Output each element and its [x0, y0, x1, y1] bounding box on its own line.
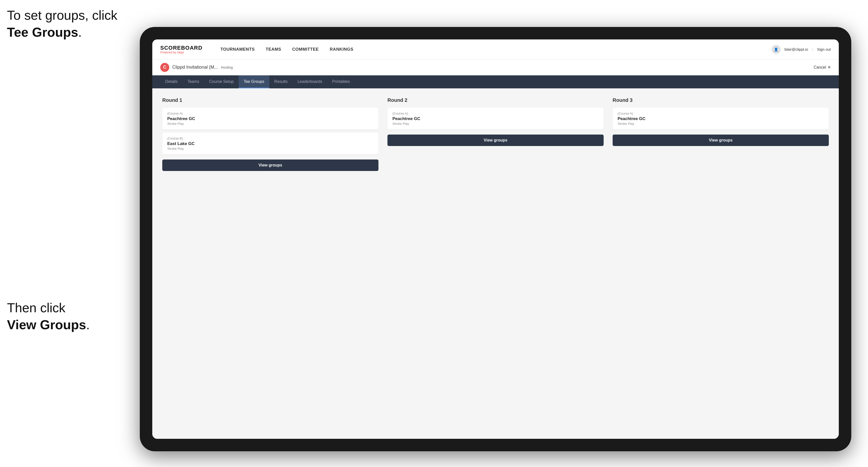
logo-sub: Powered by clippt	[160, 51, 203, 54]
cancel-button[interactable]: Cancel ✕	[813, 65, 831, 70]
round-2-course-a-format: Stroke Play	[393, 122, 599, 126]
tab-printables-label: Printables	[332, 80, 350, 84]
instruction-bottom-line1: Then click	[7, 301, 65, 315]
round-2-title: Round 2	[388, 97, 603, 103]
round-1-course-b-name: East Lake GC	[167, 141, 373, 146]
sub-tabs-bar: Details Teams Course Setup Tee Groups Re…	[152, 75, 839, 88]
tab-results-label: Results	[274, 80, 287, 84]
round-1-column: Round 1 (Course A) Peachtree GC Stroke P…	[162, 97, 378, 171]
instruction-top-line1: To set groups, click	[7, 8, 117, 23]
round-3-course-a-label: (Course A)	[618, 112, 824, 115]
instruction-bottom-bold: View Groups	[7, 317, 86, 332]
tab-leaderboards[interactable]: Leaderboards	[292, 75, 327, 88]
round-1-course-a-label: (Course A)	[167, 112, 373, 115]
tournament-header: C Clippd Invitational (M... Hosting Canc…	[152, 59, 839, 75]
instruction-top-bold: Tee Groups	[7, 25, 78, 39]
tab-teams-label: Teams	[187, 80, 199, 84]
round-3-course-a-format: Stroke Play	[618, 122, 824, 126]
round-2-column: Round 2 (Course A) Peachtree GC Stroke P…	[388, 97, 603, 171]
user-avatar: 👤	[772, 45, 781, 54]
round-2-view-groups-button[interactable]: View groups	[388, 134, 603, 146]
round-1-title: Round 1	[162, 97, 378, 103]
logo-text: SCOREBOARD	[160, 45, 203, 51]
round-1-course-b-card: (Course B) East Lake GC Stroke Play	[162, 132, 378, 155]
round-2-course-a-card: (Course A) Peachtree GC Stroke Play	[388, 107, 603, 129]
round-3-column: Round 3 (Course A) Peachtree GC Stroke P…	[613, 97, 829, 171]
round-1-course-a-format: Stroke Play	[167, 122, 373, 126]
tab-details-label: Details	[165, 80, 178, 84]
tournament-name-area: C Clippd Invitational (M... Hosting	[160, 63, 233, 72]
nav-signout[interactable]: Sign out	[817, 47, 831, 52]
tournament-hosting: Hosting	[221, 65, 232, 69]
tab-leaderboards-label: Leaderboards	[298, 80, 322, 84]
tab-tee-groups-label: Tee Groups	[244, 80, 265, 84]
round-1-course-b-label: (Course B)	[167, 136, 373, 140]
tab-printables[interactable]: Printables	[327, 75, 355, 88]
round-3-title: Round 3	[613, 97, 829, 103]
nav-divider: |	[812, 47, 813, 52]
nav-rankings[interactable]: RANKINGS	[324, 39, 359, 59]
nav-user-email: blair@clippt.io	[785, 47, 808, 52]
nav-links: TOURNAMENTS TEAMS COMMITTEE RANKINGS	[215, 39, 772, 59]
round-1-course-a-name: Peachtree GC	[167, 116, 373, 121]
round-3-view-groups-button[interactable]: View groups	[613, 134, 829, 146]
nav-committee[interactable]: COMMITTEE	[287, 39, 324, 59]
logo-area: SCOREBOARD Powered by clippt	[160, 45, 203, 54]
top-nav: SCOREBOARD Powered by clippt TOURNAMENTS…	[152, 39, 839, 59]
cancel-label: Cancel	[813, 65, 826, 70]
round-2-course-a-name: Peachtree GC	[393, 116, 599, 121]
tab-teams[interactable]: Teams	[183, 75, 204, 88]
nav-teams[interactable]: TEAMS	[260, 39, 287, 59]
instruction-bottom-punct: .	[86, 317, 90, 332]
round-1-course-b-format: Stroke Play	[167, 147, 373, 151]
cancel-x-icon: ✕	[828, 65, 831, 70]
round-3-course-a-card: (Course A) Peachtree GC Stroke Play	[613, 107, 829, 129]
instruction-bottom: Then click View Groups.	[7, 300, 90, 333]
instruction-top-punct: .	[78, 25, 82, 39]
tab-results[interactable]: Results	[269, 75, 292, 88]
round-3-course-a-name: Peachtree GC	[618, 116, 824, 121]
tournament-logo: C	[160, 63, 169, 72]
rounds-container: Round 1 (Course A) Peachtree GC Stroke P…	[162, 97, 829, 171]
tab-course-setup-label: Course Setup	[209, 80, 234, 84]
round-2-course-a-label: (Course A)	[393, 112, 599, 115]
tab-details[interactable]: Details	[160, 75, 183, 88]
main-content: Round 1 (Course A) Peachtree GC Stroke P…	[152, 88, 839, 439]
tablet-device: SCOREBOARD Powered by clippt TOURNAMENTS…	[140, 27, 851, 451]
round-1-view-groups-button[interactable]: View groups	[162, 159, 378, 171]
tab-course-setup[interactable]: Course Setup	[204, 75, 239, 88]
nav-tournaments[interactable]: TOURNAMENTS	[215, 39, 260, 59]
round-1-course-a-card: (Course A) Peachtree GC Stroke Play	[162, 107, 378, 129]
nav-right: 👤 blair@clippt.io | Sign out	[772, 45, 831, 54]
tab-tee-groups[interactable]: Tee Groups	[239, 75, 269, 88]
tablet-screen: SCOREBOARD Powered by clippt TOURNAMENTS…	[152, 39, 839, 439]
tournament-title: Clippd Invitational (M...	[172, 65, 218, 70]
instruction-top: To set groups, click Tee Groups.	[7, 7, 117, 41]
